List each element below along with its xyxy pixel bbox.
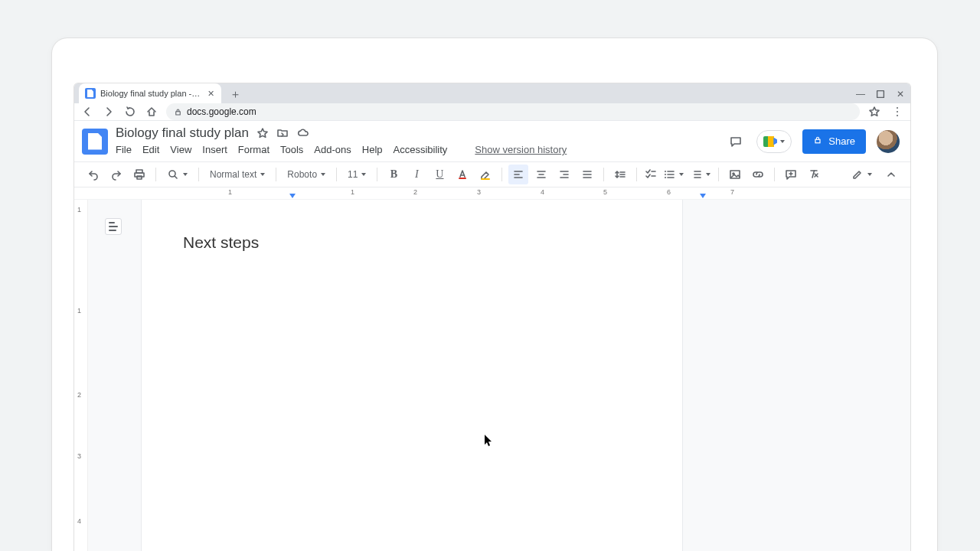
vruler-tick: 3: [77, 452, 81, 460]
chevron-down-icon: [780, 140, 785, 143]
chevron-down-icon: [706, 173, 710, 176]
heading-next-steps[interactable]: Next steps: [183, 233, 641, 252]
ruler-tick: 1: [228, 188, 232, 196]
bold-button[interactable]: B: [384, 165, 403, 184]
reload-button[interactable]: [123, 105, 137, 119]
svg-point-32: [665, 177, 666, 178]
address-bar: docs.google.com: [74, 103, 910, 121]
print-button[interactable]: [129, 165, 149, 184]
insert-image-button[interactable]: [725, 165, 745, 184]
align-center-button[interactable]: [531, 165, 551, 184]
horizontal-ruler[interactable]: 11234567: [74, 187, 910, 200]
align-left-button[interactable]: [508, 165, 528, 184]
font-dropdown[interactable]: Roboto: [283, 165, 330, 184]
docs-logo-icon[interactable]: [82, 129, 108, 155]
ruler-tick: 7: [730, 188, 734, 196]
vruler-tick: 1: [77, 307, 81, 315]
docs-app: Biology final study plan Fi: [74, 121, 910, 551]
minimize-icon[interactable]: —: [855, 89, 866, 99]
menu-edit[interactable]: Edit: [142, 142, 159, 157]
menu-view[interactable]: View: [170, 142, 191, 157]
menu-help[interactable]: Help: [362, 142, 383, 157]
chevron-down-icon: [867, 173, 872, 176]
meet-icon: [763, 136, 777, 147]
paragraph-style-dropdown[interactable]: Normal text: [205, 165, 270, 184]
chevron-down-icon: [679, 173, 684, 176]
omnibox[interactable]: docs.google.com: [166, 103, 860, 120]
move-folder-icon[interactable]: [276, 127, 289, 139]
vruler-tick: 4: [77, 517, 81, 525]
new-tab-button[interactable]: ＋: [226, 85, 244, 103]
svg-line-7: [175, 176, 177, 178]
svg-line-42: [812, 171, 815, 178]
italic-button[interactable]: I: [407, 165, 426, 184]
browser-menu-icon[interactable]: [890, 105, 904, 119]
menu-tools[interactable]: Tools: [280, 142, 303, 157]
star-icon[interactable]: [256, 127, 269, 139]
tab-title: Biology final study plan - Google D: [100, 89, 201, 98]
add-comment-button[interactable]: [781, 165, 801, 184]
chevron-down-icon: [183, 173, 188, 176]
bulleted-list-button[interactable]: [662, 165, 685, 184]
insert-link-button[interactable]: [748, 165, 768, 184]
text-color-button[interactable]: [452, 165, 472, 184]
svg-rect-2: [815, 139, 820, 143]
share-label: Share: [828, 135, 855, 147]
back-button[interactable]: [80, 105, 94, 119]
account-avatar[interactable]: [877, 130, 900, 153]
menu-format[interactable]: Format: [238, 142, 270, 157]
vertical-ruler[interactable]: 11234: [74, 200, 88, 551]
menu-file[interactable]: File: [116, 142, 132, 157]
browser-tab[interactable]: Biology final study plan - Google D ✕: [79, 83, 221, 103]
editing-mode-dropdown[interactable]: [847, 165, 877, 184]
numbered-list-button[interactable]: [688, 165, 712, 184]
line-spacing-button[interactable]: [610, 165, 630, 184]
close-window-icon[interactable]: ✕: [895, 89, 906, 99]
meet-button[interactable]: [756, 130, 792, 153]
home-button[interactable]: [145, 105, 158, 119]
lock-icon: [174, 108, 182, 116]
app-header: Biology final study plan Fi: [74, 121, 910, 157]
share-button[interactable]: Share: [802, 129, 866, 154]
forward-button[interactable]: [102, 105, 116, 119]
svg-rect-0: [877, 91, 884, 98]
zoom-dropdown[interactable]: [162, 165, 192, 184]
ruler-tick: 3: [477, 188, 481, 196]
open-comments-icon[interactable]: [726, 132, 746, 152]
highlight-button[interactable]: [475, 165, 495, 184]
svg-point-28: [665, 171, 666, 172]
menu-accessibility[interactable]: Accessibility: [394, 142, 448, 157]
bookmark-star-icon[interactable]: [867, 105, 881, 119]
chevron-down-icon: [361, 173, 366, 176]
outline-gutter: [88, 200, 142, 551]
formatting-toolbar: Normal text Roboto 11 B I U: [74, 161, 910, 187]
right-indent-marker[interactable]: [700, 194, 706, 198]
undo-button[interactable]: [83, 165, 103, 184]
align-justify-button[interactable]: [577, 165, 597, 184]
mouse-cursor-icon: [484, 434, 493, 448]
menu-addons[interactable]: Add-ons: [314, 142, 351, 157]
font-label: Roboto: [287, 169, 317, 180]
url-text: docs.google.com: [187, 106, 256, 117]
maximize-icon[interactable]: [875, 89, 886, 99]
checklist-button[interactable]: [643, 165, 658, 184]
close-tab-icon[interactable]: ✕: [206, 89, 215, 98]
chevron-down-icon: [321, 173, 325, 176]
docs-favicon-icon: [85, 88, 96, 99]
show-outline-button[interactable]: [105, 218, 122, 235]
clear-formatting-button[interactable]: [804, 165, 824, 184]
cloud-status-icon[interactable]: [296, 127, 309, 139]
ruler-tick: 2: [413, 188, 417, 196]
document-title[interactable]: Biology final study plan: [116, 126, 249, 141]
document-page[interactable]: Next steps: [142, 200, 682, 551]
align-right-button[interactable]: [554, 165, 574, 184]
svg-rect-1: [176, 111, 181, 114]
menu-insert[interactable]: Insert: [202, 142, 227, 157]
version-history-link[interactable]: Show version history: [475, 144, 567, 155]
left-indent-marker[interactable]: [289, 194, 296, 198]
hide-menus-button[interactable]: [881, 165, 901, 184]
underline-button[interactable]: U: [430, 165, 449, 184]
svg-point-30: [665, 174, 666, 175]
font-size-dropdown[interactable]: 11: [343, 165, 371, 184]
redo-button[interactable]: [106, 165, 126, 184]
